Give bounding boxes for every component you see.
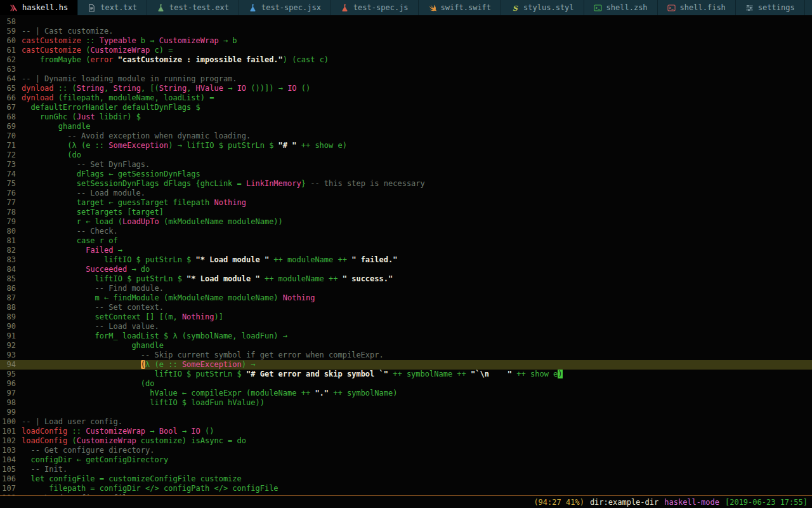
tab-stylus.styl[interactable]: Sstylus.styl — [501, 0, 584, 15]
flask-icon — [341, 4, 349, 12]
tab-settings[interactable]: settings — [736, 0, 805, 15]
code-line[interactable]: 100-- | Load user config. — [0, 417, 812, 427]
code-line[interactable]: 102loadConfig (CustomizeWrap customize) … — [0, 436, 812, 446]
code-line[interactable]: 99 — [0, 408, 812, 417]
tab-haskell.hs[interactable]: haskell.hs — [0, 0, 78, 15]
code-line[interactable]: 71 (λ (e :: SomeException) → liftIO $ pu… — [0, 141, 812, 150]
line-number: 103 — [0, 446, 22, 455]
code-text: case r of — [22, 236, 118, 246]
code-text: loadConfig :: CustomizeWrap → Bool → IO … — [22, 427, 214, 436]
code-text: dFlags ← getSessionDynFlags — [22, 170, 200, 179]
line-number: 59 — [0, 27, 22, 36]
code-line[interactable]: 106 let configFile = customizeConfigFile… — [0, 474, 812, 484]
code-line[interactable]: 103 -- Get configure directory. — [0, 446, 812, 455]
haskell-icon — [10, 4, 18, 12]
code-line[interactable]: 66dynload (filepath, moduleName, loadLis… — [0, 93, 812, 103]
code-line[interactable]: 93 -- Skip current symbol if get error w… — [0, 351, 812, 360]
line-number: 90 — [0, 322, 22, 331]
code-text: let configFile = customizeConfigFile cus… — [22, 474, 242, 484]
code-line[interactable]: 63 — [0, 65, 812, 74]
code-line[interactable]: 64-- | Dynamic loading module in running… — [0, 74, 812, 84]
code-line[interactable]: 59-- | Cast customize. — [0, 27, 812, 36]
line-number: 93 — [0, 351, 22, 360]
code-line[interactable]: 82 Failed → — [0, 246, 812, 255]
code-line[interactable]: 79 r ← load (LoadUpTo (mkModuleName modu… — [0, 217, 812, 227]
line-number: 97 — [0, 389, 22, 398]
code-text: (λ (e :: SomeException) → liftIO $ putSt… — [22, 141, 347, 150]
code-line[interactable]: 86 -- Find module. — [0, 284, 812, 293]
tab-test-spec.js[interactable]: test-spec.js — [331, 0, 419, 15]
tab-shell.zsh[interactable]: shell.zsh — [584, 0, 658, 15]
line-number: 61 — [0, 46, 22, 55]
code-line[interactable]: 85 liftIO $ putStrLn $ "* Load module " … — [0, 274, 812, 284]
code-line[interactable]: 98 liftIO $ loadFun hValue)) — [0, 398, 812, 408]
code-line[interactable]: 73 -- Set DynFlags. — [0, 160, 812, 170]
flask-icon — [249, 4, 257, 12]
major-mode[interactable]: haskell-mode — [664, 498, 719, 507]
code-line[interactable]: 88 -- Set context. — [0, 303, 812, 312]
code-line[interactable]: 97 hValue ← compileExpr (moduleName ++ "… — [0, 389, 812, 398]
code-line[interactable]: 96 (do — [0, 379, 812, 389]
code-line[interactable]: 89 setContext [] [(m, Nothing)] — [0, 312, 812, 322]
code-line[interactable]: 83 liftIO $ putStrLn $ "* Load module " … — [0, 255, 812, 265]
code-line[interactable]: 91 forM_ loadList $ λ (symbolName, loadF… — [0, 331, 812, 341]
code-line[interactable]: 78 setTargets [target] — [0, 208, 812, 217]
code-text: -- Get configure directory. — [22, 446, 155, 455]
tab-shell.fish[interactable]: shell.fish — [658, 0, 736, 15]
tab-label: shell.fish — [680, 3, 726, 12]
code-text: liftIO $ putStrLn $ "# Get error and ski… — [22, 370, 563, 379]
terminal-icon — [594, 4, 602, 12]
line-number: 107 — [0, 484, 22, 493]
tab-test-spec.jsx[interactable]: test-spec.jsx — [239, 0, 331, 15]
code-text: liftIO $ putStrLn $ "* Load module " ++ … — [22, 274, 393, 284]
code-line[interactable]: 105 -- Init. — [0, 465, 812, 474]
line-number: 65 — [0, 84, 22, 93]
code-line[interactable]: 95 liftIO $ putStrLn $ "# Get error and … — [0, 370, 812, 379]
code-line[interactable]: 75 setSessionDynFlags dFlags {ghcLink = … — [0, 179, 812, 189]
line-number: 84 — [0, 265, 22, 274]
code-line[interactable]: 68 runGhc (Just libdir) $ — [0, 112, 812, 122]
code-line[interactable]: 69 ghandle — [0, 122, 812, 131]
code-text: -- Init. — [22, 465, 67, 474]
code-line[interactable]: 70 -- Avoid exception when dynamic loadi… — [0, 131, 812, 141]
code-text: -- | Load user config. — [22, 417, 122, 427]
code-line[interactable]: 76 -- Load module. — [0, 189, 812, 198]
code-line[interactable]: 87 m ← findModule (mkModuleName moduleNa… — [0, 293, 812, 303]
code-text: dynload :: (String, String, [(String, HV… — [22, 84, 310, 93]
line-number: 99 — [0, 408, 22, 417]
code-text: ghandle — [22, 341, 164, 351]
code-line[interactable]: 80 -- Check. — [0, 227, 812, 236]
code-line[interactable]: 61castCustomize (CustomizeWrap c) = — [0, 46, 812, 55]
code-line[interactable]: 84 Succeeded → do — [0, 265, 812, 274]
code-line[interactable]: 74 dFlags ← getSessionDynFlags — [0, 170, 812, 179]
line-number: 85 — [0, 274, 22, 284]
code-line[interactable]: 90 -- Load value. — [0, 322, 812, 331]
clock: [2019-06-23 17:55] — [725, 498, 808, 507]
code-line[interactable]: 104 configDir ← getConfigDirectory — [0, 455, 812, 465]
code-line[interactable]: 58 — [0, 17, 812, 27]
code-line[interactable]: 92 ghandle — [0, 341, 812, 351]
code-line[interactable]: 67 defaultErrorHandler defaultDynFlags $ — [0, 103, 812, 112]
code-line[interactable]: 94 (λ (e :: SomeException) → — [0, 360, 812, 370]
code-line[interactable]: 107 filepath = configDir </> configPath … — [0, 484, 812, 493]
tab-text.txt[interactable]: text.txt — [78, 0, 147, 15]
text-cursor: ( — [141, 360, 145, 369]
code-line[interactable]: 101loadConfig :: CustomizeWrap → Bool → … — [0, 427, 812, 436]
line-number: 66 — [0, 93, 22, 103]
sliders-icon — [745, 4, 754, 12]
code-line[interactable]: 62 fromMaybe (error "castCustomize : imp… — [0, 55, 812, 65]
line-number: 72 — [0, 150, 22, 160]
code-line[interactable]: 72 (do — [0, 150, 812, 160]
code-text: -- | Dynamic loading module in running p… — [22, 74, 237, 84]
code-line[interactable]: 77 target ← guessTarget filepath Nothing — [0, 198, 812, 208]
tab-swift.swift[interactable]: swift.swift — [419, 0, 501, 15]
tab-label: text.txt — [100, 3, 137, 12]
tab-test-test.ext[interactable]: test-test.ext — [147, 0, 239, 15]
code-text: setTargets [target] — [22, 208, 164, 217]
code-line[interactable]: 81 case r of — [0, 236, 812, 246]
code-text: ghandle — [22, 122, 90, 131]
code-line[interactable]: 65dynload :: (String, String, [(String, … — [0, 84, 812, 93]
code-text: (do — [22, 150, 81, 160]
line-number: 88 — [0, 303, 22, 312]
code-line[interactable]: 60castCustomize :: Typeable b ⇒ Customiz… — [0, 36, 812, 46]
